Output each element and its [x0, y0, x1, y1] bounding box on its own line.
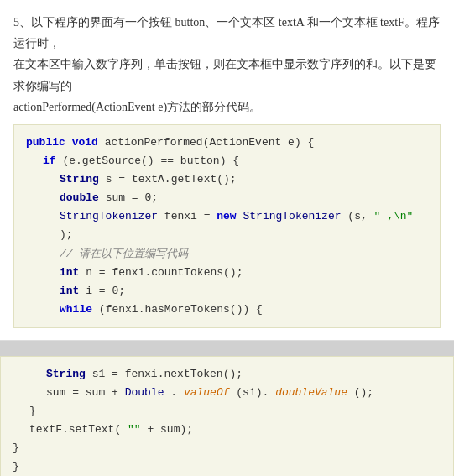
- class-stringtokenizer: StringTokenizer: [60, 210, 158, 222]
- desc-line1: 5、以下程序的界面有一个按钮 button、一个文本区 textA 和一个文本框…: [13, 16, 440, 50]
- desc-line3: actionPerformed(ActionEvent e)方法的部分代码。: [13, 101, 261, 113]
- code-bottom-line-6: }: [13, 458, 441, 476]
- bottom-section: String s1 = fenxi.nextToken(); sum = sum…: [0, 356, 454, 476]
- code-line-4: double sum = 0;: [60, 189, 428, 207]
- keyword-double: double: [60, 191, 99, 204]
- method-doublevalue: doubleValue: [275, 386, 347, 399]
- code-line-9: while (fenxi.hasMoreTokens()) {: [60, 301, 428, 319]
- keyword-void: void: [72, 136, 98, 149]
- keyword-int-i: int: [60, 285, 79, 297]
- keyword-int-n: int: [60, 266, 79, 279]
- code-line-3: String s = textA.getText();: [60, 170, 428, 189]
- code-line-7: int n = fenxi.countTokens();: [60, 264, 428, 282]
- code-line-8: int i = 0;: [60, 282, 428, 301]
- method-valueof: valueOf: [184, 386, 230, 399]
- keyword-string-s1: String: [46, 368, 86, 380]
- keyword-if: if: [43, 154, 56, 167]
- desc-line2: 在文本区中输入数字序列，单击按钮，则在文本框中显示数字序列的和。以下是要求你编写…: [13, 58, 436, 92]
- string-empty: "": [128, 423, 141, 436]
- code-line-1: public void actionPerformed(ActionEvent …: [26, 133, 428, 152]
- code-bottom-line-4: textF.setText( "" + sum);: [29, 421, 441, 439]
- code-line-5: StringTokenizer fenxi = new StringTokeni…: [60, 207, 428, 244]
- keyword-new: new: [217, 210, 236, 222]
- keyword-public: public: [26, 136, 65, 149]
- code-bottom-line-1: String s1 = fenxi.nextToken();: [46, 365, 441, 384]
- class-stringtokenizer2: StringTokenizer: [243, 210, 341, 222]
- section-separator: [0, 341, 454, 356]
- code-line-6: // 请在以下位置编写代码: [60, 245, 428, 264]
- keyword-string: String: [60, 173, 99, 186]
- code-bottom-line-3: }: [29, 402, 441, 421]
- code-line-2: if (e.getSource() == button) {: [43, 152, 428, 170]
- keyword-while: while: [60, 303, 92, 316]
- code-bottom-line-2: sum = sum + Double . valueOf (s1). doubl…: [46, 384, 441, 402]
- comment-line: // 请在以下位置编写代码: [60, 248, 188, 260]
- code-block-top: public void actionPerformed(ActionEvent …: [13, 124, 441, 328]
- code-block-bottom: String s1 = fenxi.nextToken(); sum = sum…: [0, 356, 454, 476]
- description-section: 5、以下程序的界面有一个按钮 button、一个文本区 textA 和一个文本框…: [0, 0, 454, 341]
- description-text: 5、以下程序的界面有一个按钮 button、一个文本区 textA 和一个文本框…: [13, 12, 441, 118]
- code-bottom-line-5: }: [13, 439, 441, 458]
- class-double: Double: [125, 386, 164, 399]
- string-literal: " ,\n": [374, 210, 414, 222]
